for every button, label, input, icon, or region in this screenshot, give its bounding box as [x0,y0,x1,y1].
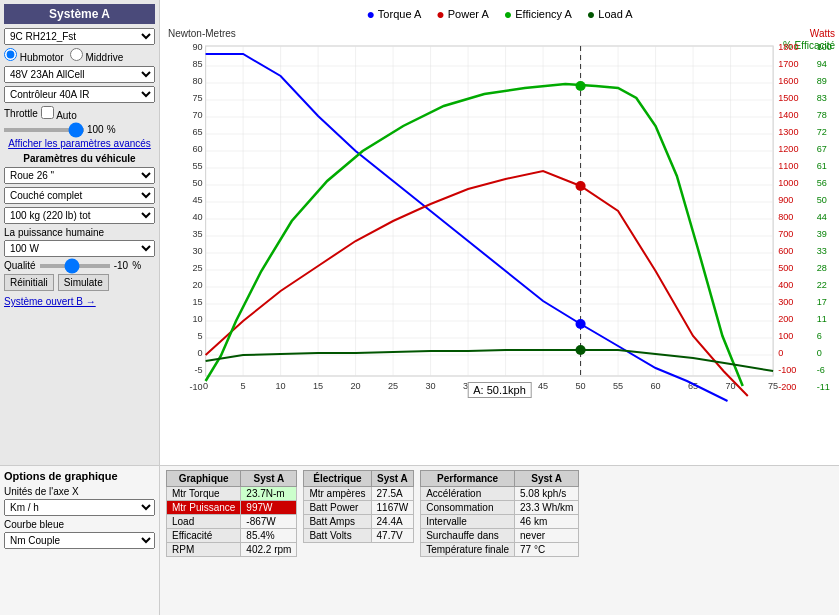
svg-text:0: 0 [203,381,208,391]
blue-line-select[interactable]: Nm Couple [4,532,155,549]
legend-efficiency-label: Efficiency A [515,8,572,20]
panel-title: Système A [4,4,155,24]
cursor-dot-efficiency [576,81,586,91]
table3-row2-label: Intervalle [421,515,515,529]
svg-text:200: 200 [778,314,793,324]
hubmotor-radio[interactable] [4,48,17,61]
middrive-radio-label[interactable]: Middrive [70,48,124,63]
svg-text:-100: -100 [778,365,796,375]
qualite-row: Qualité -10 % [4,260,155,271]
svg-text:50: 50 [576,381,586,391]
motor-type-group: Hubmotor Middrive [4,48,155,63]
advanced-params-link[interactable]: Afficher les paramètres avancés [4,138,155,149]
svg-text:11: 11 [817,314,827,324]
power-select[interactable]: 100 W [4,240,155,257]
svg-text:45: 45 [538,381,548,391]
battery-select[interactable]: 48V 23Ah AllCell [4,66,155,83]
left-panel: Système A 9C RH212_Fst Hubmotor Middrive… [0,0,160,465]
chart-wrapper[interactable]: Newton-Metres Watts % Efficacité [160,26,839,416]
svg-text:1300: 1300 [778,127,798,137]
qualite-slider[interactable] [40,264,110,268]
table-electrique: Électrique Syst A Mtr ampères 27.5A Batt… [303,470,414,543]
table2-row0-val: 27.5A [371,487,414,501]
svg-text:60: 60 [650,381,660,391]
controller-select[interactable]: Contrôleur 40A IR [4,86,155,103]
power-label: La puissance humaine [4,227,155,238]
chart-svg[interactable]: 90 85 80 75 70 65 60 55 50 45 40 35 30 2… [160,26,839,416]
svg-text:-200: -200 [778,382,796,392]
pose-select[interactable]: Couché complet [4,187,155,204]
svg-text:17: 17 [817,297,827,307]
open-system-b-link[interactable]: Système ouvert B → [4,296,96,307]
reset-button[interactable]: Réinitiali [4,274,54,291]
table-row: Batt Power 1167W [304,501,414,515]
svg-text:1800: 1800 [778,42,798,52]
table2-row1-val: 1167W [371,501,414,515]
table1-row1-val: 997W [241,501,297,515]
table2-row3-label: Batt Volts [304,529,371,543]
cursor-label: A: 50.1kph [467,382,532,398]
svg-text:70: 70 [192,110,202,120]
svg-text:61: 61 [817,161,827,171]
table1-row4-val: 402.2 rpm [241,543,297,557]
table-row: Batt Amps 24.4A [304,515,414,529]
x-axis-select[interactable]: Km / h [4,499,155,516]
table-performance: Performance Syst A Accélération 5.08 kph… [420,470,579,557]
svg-text:60: 60 [192,144,202,154]
svg-text:0: 0 [778,348,783,358]
svg-text:800: 800 [778,212,793,222]
action-buttons: Réinitiali Simulate [4,274,155,291]
svg-text:0: 0 [197,348,202,358]
table1-header-1: Syst A [241,471,297,487]
svg-text:25: 25 [388,381,398,391]
table-row: Mtr Puissance 997W [167,501,297,515]
svg-text:89: 89 [817,76,827,86]
hubmotor-radio-label[interactable]: Hubmotor [4,48,64,63]
svg-text:100: 100 [817,42,832,52]
table3-row2-val: 46 km [515,515,579,529]
table3-row0-val: 5.08 kph/s [515,487,579,501]
svg-text:30: 30 [192,246,202,256]
table-row: Accélération 5.08 kph/s [421,487,579,501]
legend-power: ● Power A [436,6,488,22]
table2-header-0: Électrique [304,471,371,487]
table2-row2-label: Batt Amps [304,515,371,529]
table3-row1-val: 23.3 Wh/km [515,501,579,515]
auto-checkbox-label[interactable]: Auto [41,106,77,121]
table2-row0-label: Mtr ampères [304,487,371,501]
auto-checkbox[interactable] [41,106,54,119]
svg-text:1000: 1000 [778,178,798,188]
throttle-unit: % [107,124,116,135]
system-select[interactable]: 9C RH212_Fst [4,28,155,45]
svg-text:85: 85 [192,59,202,69]
throttle-slider[interactable] [4,128,84,132]
svg-text:39: 39 [817,229,827,239]
svg-text:400: 400 [778,280,793,290]
svg-text:0: 0 [817,348,822,358]
legend-load: ● Load A [587,6,633,22]
x-axis-label: Unités de l'axe X [4,486,155,497]
middrive-radio[interactable] [70,48,83,61]
svg-text:900: 900 [778,195,793,205]
table1-row2-val: -867W [241,515,297,529]
svg-text:10: 10 [276,381,286,391]
mass-select[interactable]: 100 kg (220 lb) tot [4,207,155,224]
svg-text:55: 55 [613,381,623,391]
svg-text:1600: 1600 [778,76,798,86]
svg-text:44: 44 [817,212,827,222]
svg-text:78: 78 [817,110,827,120]
table3-row1-label: Consommation [421,501,515,515]
throttle-slider-row: 100 % [4,124,155,135]
cursor-dot-torque [576,319,586,329]
cursor-dot-power [576,181,586,191]
chart-area: ● Torque A ● Power A ● Efficiency A ● Lo… [160,0,839,465]
svg-text:5: 5 [197,331,202,341]
legend-load-label: Load A [598,8,632,20]
svg-text:-5: -5 [194,365,202,375]
wheel-select[interactable]: Roue 26 " [4,167,155,184]
svg-text:75: 75 [192,93,202,103]
simulate-button[interactable]: Simulate [58,274,109,291]
svg-text:300: 300 [778,297,793,307]
vehicle-section-header: Paramètres du véhicule [4,153,155,164]
table-row: Consommation 23.3 Wh/km [421,501,579,515]
